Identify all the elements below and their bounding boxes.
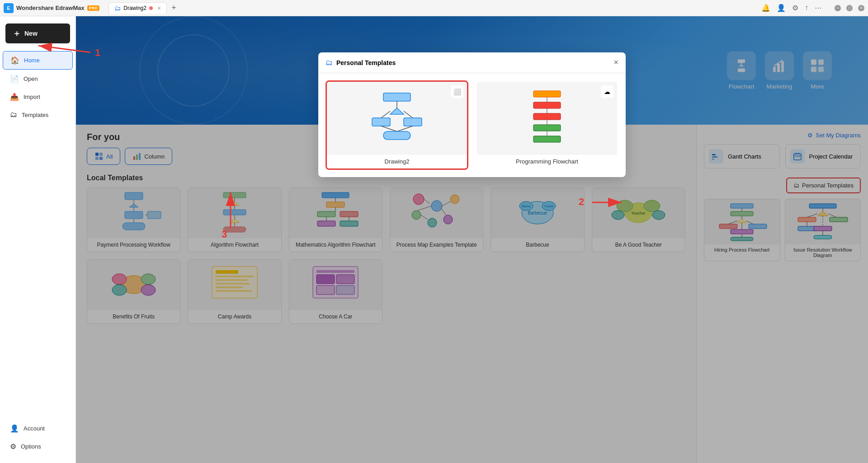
modal-card-actions-drawing2: ⬜ [451, 85, 463, 98]
modal-body: ⬜ Drawing2 [318, 73, 626, 177]
modal-label-drawing2: Drawing2 [327, 154, 467, 168]
app-logo: E Wondershare EdrawMax PRO [4, 3, 99, 13]
svg-marker-125 [390, 108, 404, 114]
sidebar-nav: 🏠 Home 📄 Open 📥 Import 🗂 Templates [0, 51, 75, 124]
modal-card-programming[interactable]: ☁ Programming Flowchart [476, 80, 618, 170]
home-icon: 🏠 [10, 56, 19, 65]
new-button[interactable]: ＋ New [5, 23, 70, 43]
app-logo-icon: E [4, 3, 14, 13]
monitor-action-icon[interactable]: ⬜ [451, 85, 463, 98]
modal-title: Personal Templates [336, 59, 610, 66]
titlebar: E Wondershare EdrawMax PRO 🗂 Drawing2 × … [0, 0, 868, 16]
modal-grid: ⬜ Drawing2 [326, 80, 618, 170]
svg-rect-137 [533, 113, 561, 120]
sidebar-bottom: 👤 Account ⚙ Options [0, 419, 75, 456]
active-tab[interactable]: 🗂 Drawing2 × [108, 2, 167, 14]
sidebar-templates-label: Templates [22, 112, 48, 118]
modal-card-drawing2[interactable]: ⬜ Drawing2 [326, 80, 468, 170]
svg-rect-133 [533, 91, 561, 97]
tab-bar: 🗂 Drawing2 × + [108, 2, 179, 14]
account-sidebar-icon: 👤 [10, 424, 19, 433]
svg-rect-129 [404, 118, 422, 126]
sidebar-item-options[interactable]: ⚙ Options [3, 438, 73, 455]
content-area: 🔍 Search [76, 16, 868, 463]
modal-header: 🗂 Personal Templates × [318, 52, 626, 73]
maximize-btn[interactable]: □ [846, 5, 853, 11]
close-btn[interactable]: × [858, 5, 864, 11]
sidebar-item-open[interactable]: 📄 Open [3, 70, 73, 88]
svg-rect-123 [383, 93, 410, 101]
share-icon[interactable]: ↑ [805, 4, 808, 12]
cloud-action-icon[interactable]: ☁ [601, 85, 613, 98]
options-icon: ⚙ [10, 442, 16, 451]
sidebar-options-label: Options [21, 443, 41, 450]
more-icon[interactable]: ⋯ [815, 4, 822, 12]
main-layout: ＋ New 🏠 Home 📄 Open 📥 Import 🗂 Templates [0, 16, 868, 463]
new-button-label: New [24, 30, 38, 37]
account-icon[interactable]: 👤 [777, 4, 786, 12]
svg-line-126 [381, 111, 390, 118]
svg-rect-132 [383, 131, 410, 140]
modal-close-btn[interactable]: × [613, 58, 618, 67]
modal-thumb-drawing2: ⬜ [327, 82, 467, 154]
settings-icon[interactable]: ⚙ [792, 4, 798, 12]
titlebar-icons: 🔔 👤 ⚙ ↑ ⋯ [761, 4, 822, 12]
svg-line-142 [76, 46, 90, 52]
svg-rect-141 [533, 136, 561, 142]
svg-text:2: 2 [579, 196, 584, 207]
templates-icon: 🗂 [10, 111, 17, 119]
svg-rect-139 [533, 125, 561, 131]
modal-card-actions-programming: ☁ [601, 85, 613, 98]
svg-line-131 [397, 126, 413, 131]
titlebar-right: 🔔 👤 ⚙ ↑ ⋯ ─ □ × [761, 4, 864, 12]
svg-text:3: 3 [222, 229, 227, 240]
svg-rect-127 [372, 118, 390, 126]
new-plus-icon: ＋ [13, 28, 21, 39]
svg-rect-135 [533, 102, 561, 108]
sidebar-item-import[interactable]: 📥 Import [3, 88, 73, 106]
sidebar-account-label: Account [24, 425, 45, 432]
modal-thumb-programming: ☁ [477, 82, 617, 154]
open-icon: 📄 [10, 75, 19, 83]
svg-text:1: 1 [95, 47, 100, 58]
import-icon: 📥 [10, 93, 19, 101]
sidebar-item-home[interactable]: 🏠 Home [3, 51, 73, 70]
tab-modified-dot [149, 6, 153, 10]
sidebar-item-templates[interactable]: 🗂 Templates [3, 106, 73, 123]
sidebar-item-account[interactable]: 👤 Account [3, 420, 73, 437]
modal-overlay[interactable]: 🗂 Personal Templates × [76, 16, 868, 463]
tab-close-btn[interactable]: × [157, 5, 161, 12]
app-name: Wondershare EdrawMax [16, 5, 85, 11]
new-tab-btn[interactable]: + [168, 2, 180, 14]
svg-line-130 [381, 126, 397, 131]
sidebar-open-label: Open [24, 75, 38, 82]
minimize-btn[interactable]: ─ [835, 5, 841, 11]
svg-line-128 [404, 111, 413, 118]
pro-badge: PRO [87, 5, 100, 11]
tab-label: Drawing2 [123, 5, 146, 11]
sidebar: ＋ New 🏠 Home 📄 Open 📥 Import 🗂 Templates [0, 16, 76, 463]
sidebar-import-label: Import [24, 94, 40, 100]
modal-title-icon: 🗂 [326, 59, 333, 67]
bell-icon[interactable]: 🔔 [761, 4, 770, 12]
modal-label-programming: Programming Flowchart [477, 154, 617, 168]
personal-templates-modal: 🗂 Personal Templates × [318, 52, 626, 177]
sidebar-home-label: Home [24, 57, 40, 64]
